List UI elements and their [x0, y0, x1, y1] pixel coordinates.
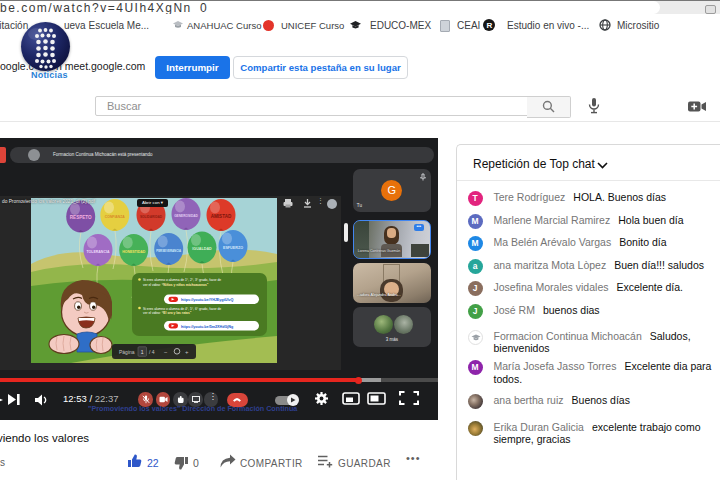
- svg-text:https://youtu.be/5m2XHdGjNg: https://youtu.be/5m2XHdGjNg: [181, 325, 233, 329]
- svg-text:CONFIANZA: CONFIANZA: [105, 215, 126, 219]
- svg-text:1: 1: [141, 349, 144, 355]
- svg-text:−: −: [164, 349, 168, 355]
- svg-text:RESPETO: RESPETO: [70, 215, 92, 220]
- svg-text:ver el video: “El oro y las ra: ver el video: “El oro y las ratas”: [143, 311, 192, 315]
- svg-text:HONESTIDAD: HONESTIDAD: [122, 250, 146, 254]
- svg-text:IGUALDAD: IGUALDAD: [192, 247, 212, 251]
- svg-text:Si eres alumno o alumna de 1°,: Si eres alumno o alumna de 1°, 2°, 3° gr…: [143, 278, 221, 282]
- svg-text:SOLIDARIDAD: SOLIDARIDAD: [140, 215, 163, 219]
- svg-text:TOLERANCIA: TOLERANCIA: [87, 250, 110, 254]
- svg-text:Página: Página: [119, 349, 135, 355]
- svg-text:Si eres alumno o alumna de 4°,: Si eres alumno o alumna de 4°, 5°, 6° gr…: [143, 307, 221, 311]
- svg-text:PERSEVERANCIA: PERSEVERANCIA: [156, 249, 182, 253]
- svg-text:https://youtu.be/YHJEygtUlvQ: https://youtu.be/YHJEygtUlvQ: [181, 298, 234, 302]
- svg-text:AMISTAD: AMISTAD: [211, 214, 232, 219]
- svg-text:ver el video: “Niños y niñas m: ver el video: “Niños y niñas michoacanos…: [143, 283, 209, 287]
- svg-text:+: +: [185, 349, 189, 355]
- svg-text:/ 4: / 4: [149, 349, 155, 355]
- svg-text:ESFUERZO: ESFUERZO: [223, 246, 243, 250]
- svg-text:GENEROSIDAD: GENEROSIDAD: [174, 214, 198, 218]
